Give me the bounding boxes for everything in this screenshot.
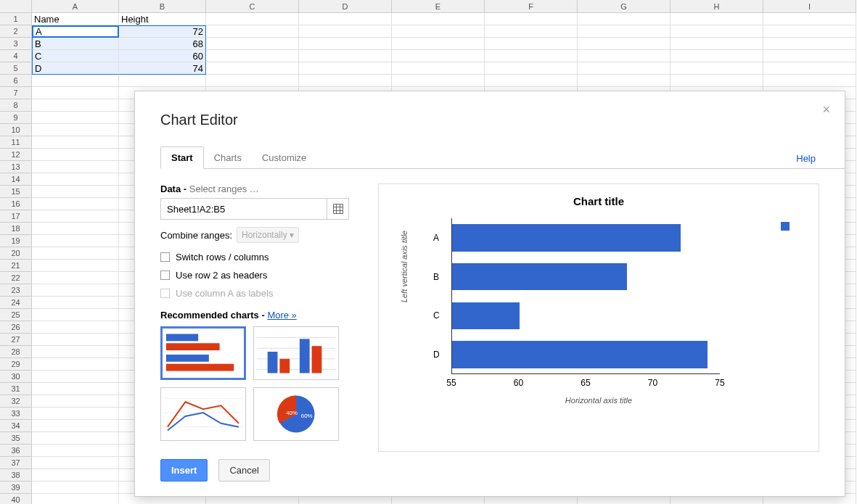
help-link[interactable]: Help xyxy=(796,153,816,164)
cell[interactable] xyxy=(578,38,671,50)
row-header[interactable]: 5 xyxy=(0,62,32,75)
row-header[interactable]: 17 xyxy=(0,210,32,223)
cell[interactable] xyxy=(299,75,392,87)
row-header[interactable]: 25 xyxy=(0,309,32,321)
cell[interactable] xyxy=(32,420,119,432)
cell[interactable] xyxy=(392,38,485,50)
switch-checkbox[interactable] xyxy=(160,252,170,262)
tab-start[interactable]: Start xyxy=(160,146,204,169)
cell[interactable] xyxy=(206,62,299,75)
row-header[interactable]: 27 xyxy=(0,334,32,346)
cell[interactable] xyxy=(485,13,578,25)
row-header[interactable]: 39 xyxy=(0,482,32,494)
row-header[interactable]: 14 xyxy=(0,173,32,186)
tab-charts[interactable]: Charts xyxy=(204,147,252,168)
cell[interactable] xyxy=(32,334,119,346)
cell[interactable]: 72 xyxy=(119,25,206,38)
row-header[interactable]: 1 xyxy=(0,13,32,25)
row-header[interactable]: 34 xyxy=(0,420,32,432)
row-header[interactable]: 6 xyxy=(0,75,32,87)
combine-select[interactable]: Horizontally ▾ xyxy=(237,227,299,243)
cell[interactable] xyxy=(206,38,299,50)
cell[interactable] xyxy=(32,469,119,482)
cell[interactable] xyxy=(32,149,119,161)
cell[interactable] xyxy=(32,272,119,284)
cell[interactable] xyxy=(671,25,763,38)
cell[interactable] xyxy=(32,223,119,235)
cell[interactable] xyxy=(392,62,485,75)
cell[interactable] xyxy=(671,75,763,87)
cell[interactable] xyxy=(763,38,856,50)
cell[interactable] xyxy=(299,50,392,62)
cell[interactable] xyxy=(32,309,119,321)
row-header[interactable]: 31 xyxy=(0,383,32,395)
cell[interactable] xyxy=(32,235,119,247)
cell[interactable]: D xyxy=(32,62,119,75)
cell[interactable] xyxy=(578,75,671,87)
select-range-button[interactable] xyxy=(327,199,348,219)
column-header[interactable]: C xyxy=(206,0,299,13)
row-header[interactable]: 30 xyxy=(0,371,32,383)
cell[interactable]: Height xyxy=(119,13,206,25)
cell[interactable] xyxy=(485,25,578,38)
cancel-button[interactable]: Cancel xyxy=(218,459,269,482)
row-header[interactable]: 33 xyxy=(0,408,32,420)
cell[interactable]: A xyxy=(32,25,119,38)
cell[interactable] xyxy=(32,284,119,297)
cell[interactable] xyxy=(32,358,119,371)
cell[interactable] xyxy=(32,395,119,408)
cell[interactable] xyxy=(32,186,119,198)
column-header[interactable]: I xyxy=(763,0,856,13)
cell[interactable]: Name xyxy=(32,13,119,25)
row-header[interactable]: 40 xyxy=(0,494,32,504)
row-header[interactable]: 35 xyxy=(0,432,32,445)
chart-thumb-column[interactable] xyxy=(253,326,339,380)
column-header[interactable]: A xyxy=(32,0,119,13)
chart-thumb-pie[interactable]: 40%60% xyxy=(253,387,339,441)
cell[interactable]: 60 xyxy=(119,50,206,62)
cell[interactable] xyxy=(299,38,392,50)
cell[interactable] xyxy=(32,87,119,99)
row-header[interactable]: 36 xyxy=(0,445,32,457)
cell[interactable] xyxy=(32,321,119,334)
row-header[interactable]: 32 xyxy=(0,395,32,408)
column-header[interactable]: E xyxy=(392,0,485,13)
cell[interactable] xyxy=(485,38,578,50)
cell[interactable] xyxy=(485,50,578,62)
row-header[interactable]: 24 xyxy=(0,297,32,309)
cell[interactable] xyxy=(32,297,119,309)
cell[interactable] xyxy=(485,75,578,87)
cell[interactable] xyxy=(299,62,392,75)
row-header[interactable]: 9 xyxy=(0,112,32,124)
column-header[interactable]: H xyxy=(671,0,763,13)
cell[interactable] xyxy=(299,25,392,38)
row-header[interactable]: 20 xyxy=(0,247,32,260)
row-header[interactable]: 13 xyxy=(0,161,32,173)
cell[interactable] xyxy=(763,75,856,87)
cell[interactable] xyxy=(206,25,299,38)
cell[interactable] xyxy=(32,408,119,420)
cell[interactable] xyxy=(32,124,119,136)
cell[interactable] xyxy=(671,38,763,50)
cell[interactable] xyxy=(32,136,119,149)
cell[interactable] xyxy=(32,445,119,457)
cell[interactable] xyxy=(299,13,392,25)
row-header[interactable]: 18 xyxy=(0,223,32,235)
cell[interactable] xyxy=(578,50,671,62)
cell[interactable] xyxy=(32,75,119,87)
row-header[interactable]: 12 xyxy=(0,149,32,161)
row-header[interactable]: 2 xyxy=(0,25,32,38)
cell[interactable] xyxy=(32,173,119,186)
row-header[interactable]: 29 xyxy=(0,358,32,371)
cell[interactable] xyxy=(32,112,119,124)
cell[interactable]: C xyxy=(32,50,119,62)
cell[interactable] xyxy=(763,62,856,75)
column-header[interactable]: F xyxy=(485,0,578,13)
cell[interactable] xyxy=(32,494,119,504)
cell[interactable] xyxy=(32,161,119,173)
cell[interactable] xyxy=(32,371,119,383)
cell[interactable] xyxy=(206,50,299,62)
row-header[interactable]: 7 xyxy=(0,87,32,99)
row-header[interactable]: 26 xyxy=(0,321,32,334)
row-header[interactable]: 3 xyxy=(0,38,32,50)
